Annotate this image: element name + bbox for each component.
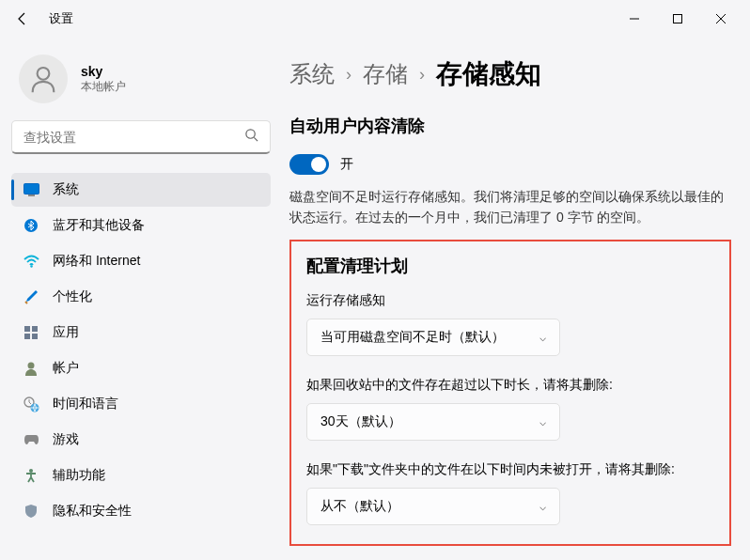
nav-list: 系统 蓝牙和其他设备 网络和 Internet 个性化 应用 帐户 [11, 173, 271, 528]
search-box[interactable] [11, 120, 271, 154]
maximize-icon [672, 13, 683, 24]
description-text: 磁盘空间不足时运行存储感知。我们将清理足够的空间以确保系统以最佳的状态运行。在过… [289, 186, 731, 228]
user-name: sky [81, 64, 126, 79]
sidebar-item-time-language[interactable]: 时间和语言 [11, 387, 271, 421]
accessibility-icon [23, 467, 39, 484]
nav-label: 游戏 [53, 431, 79, 448]
nav-label: 系统 [53, 181, 79, 198]
nav-label: 蓝牙和其他设备 [53, 217, 145, 234]
close-icon [715, 13, 727, 24]
search-icon [244, 128, 258, 146]
wifi-icon [23, 253, 39, 270]
config-heading: 配置清理计划 [306, 255, 714, 277]
svg-rect-9 [24, 326, 30, 332]
main-content: 系统 › 存储 › 存储感知 自动用户内容清除 开 磁盘空间不足时运行存储感知。… [282, 38, 750, 560]
page-title: 存储感知 [436, 56, 541, 92]
select-run-storage-sense[interactable]: 当可用磁盘空间不足时（默认） ⌵ [306, 319, 560, 356]
sidebar-item-gaming[interactable]: 游戏 [11, 423, 271, 457]
title-bar: 设置 [0, 0, 750, 38]
display-icon [23, 181, 39, 198]
select-downloads-duration[interactable]: 从不（默认） ⌵ [306, 488, 560, 525]
nav-label: 网络和 Internet [53, 253, 140, 270]
toggle-label: 开 [340, 156, 353, 173]
nav-label: 时间和语言 [53, 396, 118, 412]
nav-label: 辅助功能 [53, 467, 105, 484]
config-cleanup-schedule: 配置清理计划 运行存储感知 当可用磁盘空间不足时（默认） ⌵ 如果回收站中的文件… [289, 240, 731, 546]
toggle-row: 开 [289, 154, 731, 175]
breadcrumb-system[interactable]: 系统 [289, 59, 335, 89]
svg-rect-12 [32, 334, 38, 339]
arrow-left-icon [15, 11, 30, 26]
chevron-down-icon: ⌵ [539, 500, 546, 513]
user-type: 本地帐户 [81, 79, 126, 95]
chevron-down-icon: ⌵ [539, 415, 546, 428]
nav-label: 个性化 [53, 288, 92, 305]
svg-point-2 [38, 68, 50, 80]
svg-point-3 [246, 130, 255, 138]
svg-rect-6 [28, 194, 35, 196]
svg-point-8 [30, 265, 32, 267]
select-recycle-bin-duration[interactable]: 30天（默认） ⌵ [306, 403, 560, 441]
window-controls [613, 4, 742, 34]
close-button[interactable] [699, 4, 742, 34]
person-icon [27, 63, 59, 95]
sidebar-item-network[interactable]: 网络和 Internet [11, 244, 271, 278]
nav-label: 应用 [53, 324, 79, 341]
svg-rect-5 [23, 184, 39, 194]
shield-icon [23, 503, 39, 520]
brush-icon [23, 288, 39, 305]
sidebar-item-privacy[interactable]: 隐私和安全性 [11, 494, 271, 528]
maximize-button[interactable] [656, 4, 699, 34]
svg-point-16 [29, 469, 33, 473]
bluetooth-icon [23, 217, 39, 234]
chevron-down-icon: ⌵ [539, 331, 546, 344]
avatar [19, 54, 68, 103]
select-value: 从不（默认） [320, 498, 399, 515]
minimize-icon [629, 13, 640, 24]
sidebar-item-accounts[interactable]: 帐户 [11, 351, 271, 385]
sidebar-item-system[interactable]: 系统 [11, 173, 271, 207]
sidebar-item-apps[interactable]: 应用 [11, 316, 271, 350]
select-value: 30天（默认） [320, 413, 401, 430]
nav-label: 隐私和安全性 [53, 503, 132, 520]
back-button[interactable] [8, 4, 38, 34]
clock-globe-icon [23, 396, 39, 412]
sidebar-item-bluetooth[interactable]: 蓝牙和其他设备 [11, 209, 271, 242]
svg-rect-10 [32, 326, 38, 332]
user-section[interactable]: sky 本地帐户 [11, 45, 271, 120]
window-title: 设置 [49, 10, 73, 27]
search-input[interactable] [23, 130, 244, 145]
field-label-recycle-bin: 如果回收站中的文件存在超过以下时长，请将其删除: [306, 377, 714, 394]
chevron-right-icon: › [346, 65, 352, 85]
svg-point-13 [28, 363, 35, 369]
select-value: 当可用磁盘空间不足时（默认） [320, 329, 505, 346]
field-label-run-sense: 运行存储感知 [306, 292, 714, 309]
apps-icon [23, 324, 39, 341]
breadcrumb: 系统 › 存储 › 存储感知 [289, 56, 731, 92]
sidebar-item-accessibility[interactable]: 辅助功能 [11, 459, 271, 492]
nav-label: 帐户 [53, 360, 79, 377]
minimize-button[interactable] [613, 4, 656, 34]
breadcrumb-storage[interactable]: 存储 [363, 59, 408, 89]
account-icon [23, 360, 39, 377]
field-label-downloads: 如果"下载"文件夹中的文件在以下时间内未被打开，请将其删除: [306, 461, 714, 478]
chevron-right-icon: › [419, 65, 425, 85]
storage-sense-toggle[interactable] [289, 154, 329, 175]
sidebar: sky 本地帐户 系统 蓝牙和其他设备 网络和 Internet [0, 38, 282, 560]
svg-rect-1 [674, 15, 682, 23]
sidebar-item-personalization[interactable]: 个性化 [11, 280, 271, 314]
section-heading-auto-cleanup: 自动用户内容清除 [289, 115, 731, 137]
svg-rect-11 [24, 334, 30, 339]
svg-line-4 [254, 137, 258, 141]
gaming-icon [23, 431, 39, 448]
